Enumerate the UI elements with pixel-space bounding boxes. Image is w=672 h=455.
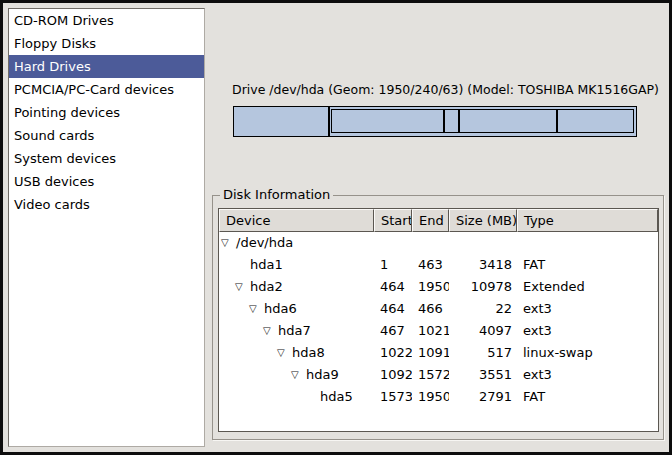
partition-segment-hda2[interactable] [329, 106, 637, 137]
table-row-hda2[interactable]: ▽ hda2 464 1950 10978 Extended [219, 276, 658, 298]
table-row-hda9[interactable]: ▽ hda9 1092 1572 3551 ext3 [219, 364, 658, 386]
cell-size: 22 [449, 298, 517, 320]
column-header-size-mb[interactable]: Size (MB) [449, 209, 517, 232]
device-name: hda6 [264, 298, 297, 320]
column-header-end[interactable]: End [412, 209, 449, 232]
cell-end: 1091 [412, 342, 449, 364]
device-name: /dev/hda [236, 232, 293, 254]
sidebar-item-label: Video cards [14, 197, 90, 212]
expander-icon[interactable]: ▽ [235, 276, 250, 298]
cell-device: ▽ hda8 [219, 342, 374, 364]
sidebar-item-label: PCMCIA/PC-Card devices [14, 82, 174, 97]
expander-icon[interactable]: ▽ [277, 342, 292, 364]
cell-type: Extended [517, 276, 658, 298]
disk-information-frame: Disk Information DeviceStartEndSize (MB)… [212, 195, 664, 440]
expander-icon[interactable]: ▽ [221, 232, 236, 254]
table-row-dev-hda[interactable]: ▽ /dev/hda [219, 232, 658, 254]
cell-end: 1950 [412, 386, 449, 408]
sidebar-item-label: Sound cards [14, 128, 94, 143]
device-name: hda8 [292, 342, 325, 364]
cell-device: hda1 [219, 254, 374, 276]
cell-type: ext3 [517, 364, 658, 386]
cell-device: ▽ hda9 [219, 364, 374, 386]
column-header-type[interactable]: Type [517, 209, 658, 232]
cell-start: 464 [374, 298, 412, 320]
cell-type: linux-swap [517, 342, 658, 364]
table-row-hda8[interactable]: ▽ hda8 1022 1091 517 linux-swap [219, 342, 658, 364]
cell-size: 3418 [449, 254, 517, 276]
expander-icon[interactable]: ▽ [291, 364, 306, 386]
cell-start: 1092 [374, 364, 412, 386]
partition-segment-hda7[interactable] [331, 109, 444, 133]
disk-information-frame-label: Disk Information [220, 187, 333, 202]
sidebar-item-label: Hard Drives [14, 59, 91, 74]
cell-start: 467 [374, 320, 412, 342]
cell-start: 1022 [374, 342, 412, 364]
sidebar-item-floppy-disks[interactable]: Floppy Disks [9, 32, 204, 55]
expander-icon[interactable]: ▽ [249, 298, 264, 320]
device-name: hda7 [278, 320, 311, 342]
cell-type: ext3 [517, 320, 658, 342]
expander-icon[interactable]: ▽ [263, 320, 278, 342]
table-row-hda6[interactable]: ▽ hda6 464 466 22 ext3 [219, 298, 658, 320]
sidebar-item-pcmcia-pc-card-devices[interactable]: PCMCIA/PC-Card devices [9, 78, 204, 101]
table-row-hda5[interactable]: hda5 1573 1950 2791 FAT [219, 386, 658, 408]
sidebar-item-sound-cards[interactable]: Sound cards [9, 124, 204, 147]
sidebar-item-usb-devices[interactable]: USB devices [9, 170, 204, 193]
device-name: hda5 [320, 386, 353, 408]
table-row-hda7[interactable]: ▽ hda7 467 1021 4097 ext3 [219, 320, 658, 342]
sidebar-item-label: System devices [14, 151, 116, 166]
cell-device: ▽ /dev/hda [219, 232, 374, 254]
cell-type: FAT [517, 254, 658, 276]
cell-end: 466 [412, 298, 449, 320]
cell-size: 2791 [449, 386, 517, 408]
table-row-hda1[interactable]: hda1 1 463 3418 FAT [219, 254, 658, 276]
disk-table-header: DeviceStartEndSize (MB)Type [219, 209, 658, 232]
cell-device: ▽ hda7 [219, 320, 374, 342]
sidebar-item-system-devices[interactable]: System devices [9, 147, 204, 170]
cell-start: 464 [374, 276, 412, 298]
column-header-device[interactable]: Device [219, 209, 374, 232]
sidebar-item-pointing-devices[interactable]: Pointing devices [9, 101, 204, 124]
cell-size: 10978 [449, 276, 517, 298]
cell-start: 1 [374, 254, 412, 276]
sidebar-item-video-cards[interactable]: Video cards [9, 193, 204, 216]
cell-end [412, 232, 449, 254]
cell-size: 3551 [449, 364, 517, 386]
cell-size [449, 232, 517, 254]
sidebar-item-hard-drives[interactable]: Hard Drives [9, 55, 204, 78]
cell-device: hda5 [219, 386, 374, 408]
sidebar-item-cd-rom-drives[interactable]: CD-ROM Drives [9, 9, 204, 32]
disk-table-body: ▽ /dev/hda hda1 1 463 3418 FAT ▽ hda2 46… [219, 232, 658, 408]
cell-type: ext3 [517, 298, 658, 320]
cell-type [517, 232, 658, 254]
cell-end: 463 [412, 254, 449, 276]
sidebar-item-label: Floppy Disks [14, 36, 96, 51]
cell-end: 1572 [412, 364, 449, 386]
partition-segment-hda9[interactable] [459, 109, 557, 133]
sidebar-item-label: Pointing devices [14, 105, 120, 120]
device-category-list: CD-ROM Drives Floppy Disks Hard Drives P… [8, 8, 205, 447]
cell-device: ▽ hda6 [219, 298, 374, 320]
disk-table: DeviceStartEndSize (MB)Type ▽ /dev/hda h… [218, 208, 659, 432]
partition-segment-hda8[interactable] [444, 109, 458, 133]
partition-bar [233, 106, 637, 137]
sidebar-item-label: CD-ROM Drives [14, 13, 114, 28]
device-name: hda9 [306, 364, 339, 386]
partition-segment-hda1[interactable] [233, 106, 329, 137]
cell-start: 1573 [374, 386, 412, 408]
sidebar-item-label: USB devices [14, 174, 94, 189]
cell-device: ▽ hda2 [219, 276, 374, 298]
cell-size: 4097 [449, 320, 517, 342]
device-name: hda2 [250, 276, 283, 298]
drive-title: Drive /dev/hda (Geom: 1950/240/63) (Mode… [232, 82, 667, 97]
device-name: hda1 [250, 254, 283, 276]
cell-end: 1021 [412, 320, 449, 342]
cell-start [374, 232, 412, 254]
column-header-start[interactable]: Start [374, 209, 412, 232]
partition-segment-hda5[interactable] [557, 109, 634, 133]
cell-size: 517 [449, 342, 517, 364]
hardware-browser-window: CD-ROM Drives Floppy Disks Hard Drives P… [0, 0, 672, 455]
cell-type: FAT [517, 386, 658, 408]
cell-end: 1950 [412, 276, 449, 298]
